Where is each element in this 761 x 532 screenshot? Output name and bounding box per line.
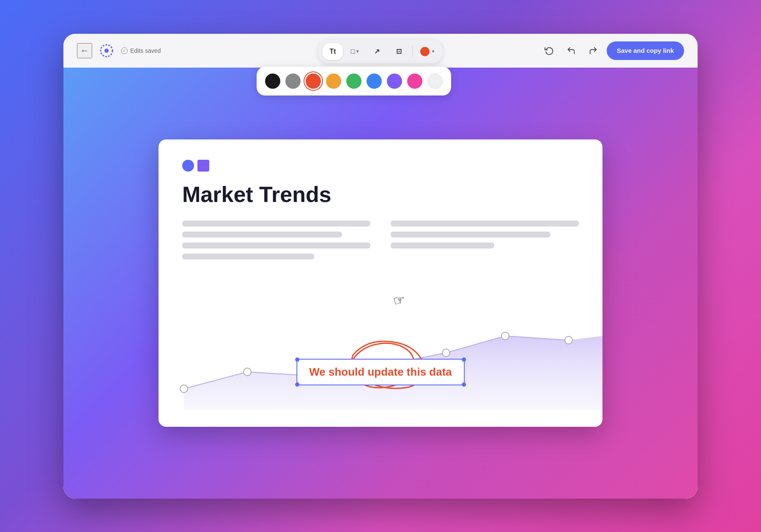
annotation-box[interactable]: We should update this data <box>296 359 465 385</box>
svg-point-8 <box>565 336 572 344</box>
crop-icon: ⊡ <box>396 47 402 55</box>
left-text-lines <box>182 221 370 259</box>
logo-icon <box>99 43 114 58</box>
toolbar-divider <box>412 46 413 57</box>
color-chevron-icon: ▾ <box>432 49 434 54</box>
canvas-area[interactable]: Market Trends <box>63 68 698 499</box>
text-tool-button[interactable]: Tt <box>323 43 343 60</box>
svg-point-3 <box>244 368 251 376</box>
text-line <box>391 232 550 237</box>
color-option-blue[interactable] <box>367 74 382 89</box>
right-actions: Save and copy link <box>541 41 684 60</box>
slide-logo-circle <box>182 160 194 172</box>
color-option-black[interactable] <box>265 74 280 89</box>
right-text-lines <box>391 221 579 259</box>
color-option-pink[interactable] <box>407 74 422 89</box>
svg-point-2 <box>180 385 188 393</box>
app-window: ← ✓ Edits saved Tt □ ▾ <box>63 34 698 499</box>
center-toolbar-container: Tt □ ▾ ↗ ⊡ ▾ <box>318 40 443 63</box>
edits-saved-indicator: ✓ Edits saved <box>121 47 161 54</box>
history-button[interactable] <box>541 42 558 59</box>
text-line <box>182 254 314 259</box>
redo-button[interactable] <box>585 42 602 59</box>
text-line <box>182 221 370 226</box>
check-icon: ✓ <box>121 47 128 54</box>
svg-point-7 <box>501 332 509 340</box>
save-copy-button[interactable]: Save and copy link <box>607 41 684 60</box>
text-line <box>182 232 342 237</box>
annotation-text: We should update this data <box>309 366 452 378</box>
text-lines-grid <box>182 221 579 259</box>
color-picker-button[interactable]: ▾ <box>416 43 438 60</box>
shape-tool-button[interactable]: □ ▾ <box>345 43 365 60</box>
undo-button[interactable] <box>563 42 580 59</box>
chart-area: ☞ We should update this data <box>159 275 602 410</box>
svg-point-6 <box>442 349 450 357</box>
color-picker-dropdown <box>257 67 451 95</box>
resize-handle-tr[interactable] <box>462 357 466 362</box>
slide-title: Market Trends <box>182 182 579 207</box>
shape-icon: □ <box>351 48 355 55</box>
resize-handle-tl[interactable] <box>295 357 299 362</box>
text-line <box>182 243 370 248</box>
color-option-white[interactable] <box>427 74 443 89</box>
text-line <box>391 243 494 248</box>
slide-logo <box>182 160 579 172</box>
arrow-tool-button[interactable]: ↗ <box>367 43 387 60</box>
text-line <box>391 221 579 226</box>
color-option-green[interactable] <box>346 74 361 89</box>
shape-chevron-icon: ▾ <box>356 49 359 54</box>
svg-point-1 <box>104 49 109 53</box>
arrow-icon: ↗ <box>374 47 380 55</box>
slide-logo-rect <box>197 160 209 172</box>
crop-tool-button[interactable]: ⊡ <box>389 43 409 60</box>
top-bar: ← ✓ Edits saved Tt □ ▾ <box>63 34 698 68</box>
slide-card: Market Trends <box>159 139 602 427</box>
color-option-orange[interactable] <box>326 74 341 89</box>
back-button[interactable]: ← <box>77 43 92 58</box>
editing-toolbar: Tt □ ▾ ↗ ⊡ ▾ <box>318 40 443 63</box>
resize-handle-br[interactable] <box>462 382 466 387</box>
resize-handle-bl[interactable] <box>295 382 299 387</box>
color-option-purple[interactable] <box>387 74 402 89</box>
color-option-gray[interactable] <box>285 74 301 89</box>
color-option-orange-red[interactable] <box>306 74 321 89</box>
selected-color-dot <box>420 47 430 56</box>
